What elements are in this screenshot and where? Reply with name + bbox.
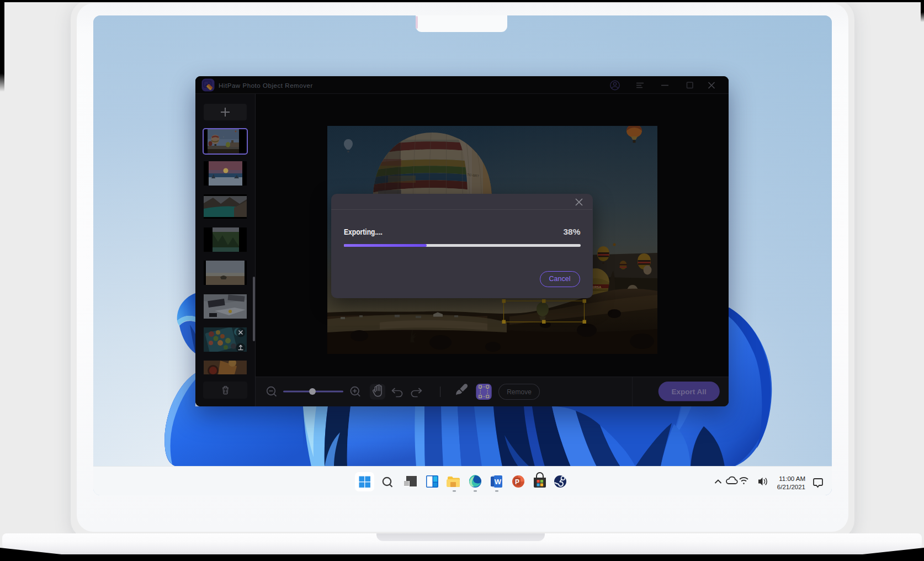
svg-text:Export All: Export All	[672, 388, 707, 396]
svg-text:Remove: Remove	[507, 388, 532, 396]
svg-text:P: P	[515, 478, 519, 486]
svg-text:11:00 AM: 11:00 AM	[779, 475, 805, 482]
svg-text:W: W	[495, 478, 502, 486]
svg-text:6/21/2021: 6/21/2021	[777, 484, 805, 490]
